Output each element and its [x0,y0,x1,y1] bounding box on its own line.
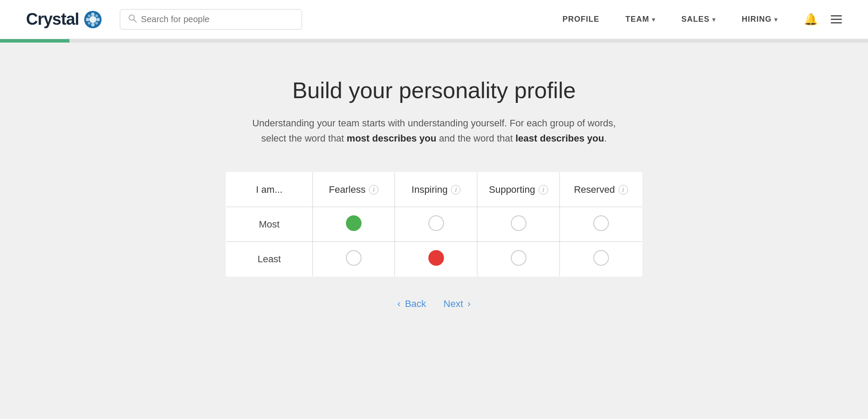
svg-point-2 [91,13,95,16]
hamburger-icon[interactable] [831,15,842,23]
search-box[interactable] [120,9,302,30]
header-actions: 🔔 [804,13,842,26]
radio-button[interactable] [346,250,362,266]
next-button[interactable]: Next › [444,298,471,310]
logo-text: Crystal [26,10,79,29]
radio-button[interactable] [428,215,444,231]
back-button[interactable]: ‹ Back [398,298,426,310]
row-label-least: Least [226,242,313,277]
bold-most: most describes you [347,133,437,144]
radio-button[interactable] [511,215,526,231]
info-icon-reserved[interactable]: i [618,185,628,195]
radio-most-reserved[interactable] [560,207,642,242]
main-content: Build your personality profile Understan… [0,43,868,336]
chevron-down-icon: ▾ [712,16,716,23]
bold-least: least describes you [516,133,604,144]
nav-item-sales[interactable]: SALES ▾ [681,15,716,24]
svg-point-5 [96,18,100,21]
table-row-most: Most [226,207,642,242]
svg-point-3 [91,23,95,26]
radio-most-fearless[interactable] [312,207,395,242]
column-header-supporting: Supporting i [477,172,560,207]
personality-table: I am... Fearless i Inspiring i [226,172,642,277]
radio-button[interactable] [593,215,609,231]
radio-least-supporting[interactable] [477,242,560,277]
nav-item-profile[interactable]: PROFILE [562,15,599,24]
progress-bar-container [0,39,868,43]
svg-point-9 [88,22,90,24]
search-icon [128,14,137,25]
info-icon-supporting[interactable]: i [539,185,548,195]
nav-item-hiring[interactable]: HIRING ▾ [742,15,778,24]
chevron-down-icon: ▾ [774,16,778,23]
svg-point-6 [88,14,90,17]
svg-point-1 [89,16,96,23]
next-arrow-icon: › [467,298,470,310]
nav-item-team[interactable]: TEAM ▾ [625,15,655,24]
info-icon-inspiring[interactable]: i [451,185,460,195]
svg-point-7 [95,22,98,24]
column-header-fearless: Fearless i [312,172,395,207]
nav-buttons: ‹ Back Next › [398,298,471,310]
row-label-most: Most [226,207,313,242]
radio-button[interactable] [511,250,526,266]
progress-bar [0,39,69,43]
header: Crystal PROFILE TEAM ▾ [0,0,868,39]
column-header-inspiring: Inspiring i [395,172,477,207]
radio-least-fearless[interactable] [312,242,395,277]
radio-most-supporting[interactable] [477,207,560,242]
bell-icon[interactable]: 🔔 [804,13,818,26]
page-title: Build your personality profile [292,77,575,103]
page-subtitle: Understanding your team starts with unde… [239,115,629,146]
logo-icon [83,10,102,29]
radio-button[interactable] [593,250,609,266]
radio-most-inspiring[interactable] [395,207,477,242]
row-header-cell: I am... [226,172,313,207]
radio-button[interactable] [428,250,444,266]
radio-least-reserved[interactable] [560,242,642,277]
table-row-least: Least [226,242,642,277]
logo-area: Crystal [26,10,102,29]
svg-point-8 [95,14,98,17]
chevron-down-icon: ▾ [652,16,655,23]
back-arrow-icon: ‹ [398,298,401,310]
svg-point-4 [86,18,89,21]
table-header-row: I am... Fearless i Inspiring i [226,172,642,207]
radio-least-inspiring[interactable] [395,242,477,277]
main-nav: PROFILE TEAM ▾ SALES ▾ HIRING ▾ 🔔 [562,13,842,26]
search-input[interactable] [141,14,294,24]
info-icon-fearless[interactable]: i [369,185,378,195]
svg-line-11 [134,20,136,22]
column-header-reserved: Reserved i [560,172,642,207]
radio-button[interactable] [346,215,362,231]
